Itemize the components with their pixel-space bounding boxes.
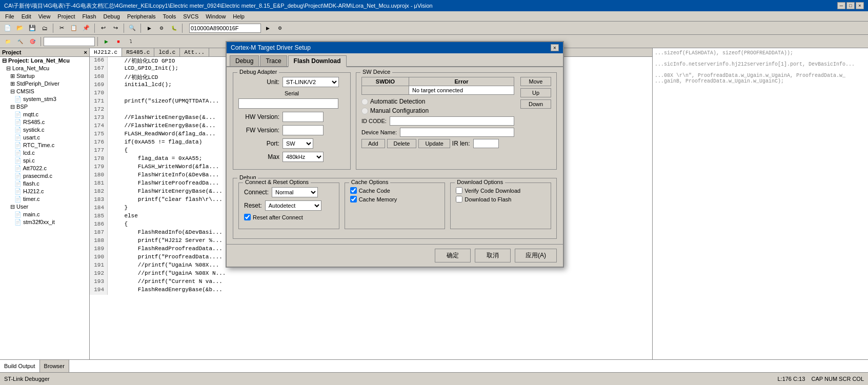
- save-btn[interactable]: 💾: [27, 23, 38, 33]
- download-to-flash-checkbox[interactable]: [456, 196, 462, 202]
- paste-btn[interactable]: 📌: [80, 23, 92, 33]
- line-number: 175: [90, 131, 108, 139]
- tree-item-main[interactable]: 📄 main.c: [0, 211, 89, 218]
- sidebar-close-icon[interactable]: ×: [84, 49, 87, 55]
- line-code: printf("HJ212 Server %...: [108, 237, 223, 246]
- build2-btn[interactable]: 🔨: [14, 36, 26, 47]
- tree-item-systick[interactable]: 📄 systick.c: [0, 126, 89, 134]
- connect-select[interactable]: Normal: [272, 187, 318, 197]
- redo-btn[interactable]: ↪: [110, 23, 121, 33]
- up-button[interactable]: Up: [520, 88, 551, 97]
- dialog-tab-debug[interactable]: Debug: [230, 55, 259, 66]
- target-btn[interactable]: 🎯: [27, 36, 38, 47]
- line-code: //printf("UgainA %08X...: [108, 262, 219, 270]
- tree-item-bsp[interactable]: ⊟ BSP: [0, 103, 89, 111]
- dialog-tab-flash-download[interactable]: Flash Download: [288, 55, 347, 67]
- tree-item-prasecmd[interactable]: 📄 prasecmd.c: [0, 172, 89, 180]
- menu-file[interactable]: File: [2, 13, 17, 20]
- tab-att[interactable]: Att...: [180, 48, 209, 56]
- tab-lcd[interactable]: lcd.c: [154, 48, 180, 56]
- menu-tools[interactable]: Tools: [160, 13, 179, 20]
- run-btn[interactable]: ▶: [100, 36, 112, 47]
- tree-item-hj212[interactable]: 📄 HJ212.c: [0, 188, 89, 195]
- tree-item-spi[interactable]: 📄 spi.c: [0, 157, 89, 165]
- tree-item-usart[interactable]: 📄 usart.c: [0, 134, 89, 141]
- tree-item-timer[interactable]: 📄 timer.c: [0, 195, 89, 203]
- settings-btn[interactable]: ⚙: [274, 23, 286, 33]
- browser-tab[interactable]: Browser: [40, 360, 69, 372]
- new-file-btn[interactable]: 📄: [2, 23, 13, 33]
- tree-item-lcd[interactable]: 📄 lcd.c: [0, 149, 89, 157]
- tree-item-cmsis[interactable]: ⊟ CMSIS: [0, 88, 89, 95]
- menu-peripherals[interactable]: Peripherals: [124, 13, 159, 20]
- menu-flash[interactable]: Flash: [79, 13, 99, 20]
- find-btn[interactable]: 🔍: [127, 23, 138, 33]
- unit-select[interactable]: ST-LINK/V2: [282, 77, 339, 87]
- cache-memory-row: Cache Memory: [350, 196, 440, 202]
- tab-hj212[interactable]: HJ212.c: [90, 48, 122, 56]
- tree-item-stm32[interactable]: 📄 stm32f0xx_it: [0, 218, 89, 226]
- tree-item-project[interactable]: ⊟ Project: Lora_Net_Mcu: [0, 57, 89, 65]
- minimize-button[interactable]: ─: [837, 2, 845, 9]
- dialog-tab-trace[interactable]: Trace: [260, 55, 287, 66]
- tree-item-flash[interactable]: 📄 flash.c: [0, 180, 89, 188]
- tree-item-lora[interactable]: ⊟ Lora_Net_Mcu: [0, 65, 89, 72]
- update-button[interactable]: Update: [418, 139, 450, 148]
- menu-window[interactable]: Window: [203, 13, 229, 20]
- menu-view[interactable]: View: [35, 13, 54, 20]
- menu-svcs[interactable]: SVCS: [180, 13, 201, 20]
- debug-btn[interactable]: 🐛: [168, 23, 179, 33]
- tab-rs485[interactable]: RS485.c: [122, 48, 154, 56]
- ok-button[interactable]: 确定: [435, 249, 471, 262]
- down-button[interactable]: Down: [520, 99, 551, 109]
- step-btn[interactable]: ⤵: [125, 36, 136, 47]
- open-btn[interactable]: 📂: [14, 23, 26, 33]
- reset-select[interactable]: Autodetect: [265, 200, 321, 211]
- close-button[interactable]: ×: [856, 2, 864, 9]
- apply-button[interactable]: 应用(A): [515, 249, 557, 262]
- tree-item-mqtt[interactable]: 📄 mqtt.c: [0, 111, 89, 118]
- copy-btn[interactable]: 📋: [68, 23, 79, 33]
- dialog-content: Debug Adapter Unit: ST-LINK/V2 Serial B5…: [227, 67, 563, 244]
- save-all-btn[interactable]: 🗂: [39, 23, 50, 33]
- cut-btn[interactable]: ✂: [56, 23, 67, 33]
- cancel-button[interactable]: 取消: [475, 249, 511, 262]
- menu-edit[interactable]: Edit: [18, 13, 34, 20]
- line-code: }: [108, 205, 128, 213]
- max-select[interactable]: 480kHz: [282, 152, 324, 162]
- tree-item-rs485[interactable]: 📄 RS485.c: [0, 118, 89, 126]
- move-button[interactable]: Move: [520, 77, 551, 86]
- project-btn[interactable]: 📁: [2, 36, 13, 47]
- build-btn[interactable]: ▶: [144, 23, 155, 33]
- cache-memory-checkbox[interactable]: [350, 196, 357, 202]
- undo-btn[interactable]: ↩: [97, 23, 109, 33]
- tree-item-user[interactable]: ⊟ User: [0, 203, 89, 211]
- menu-project[interactable]: Project: [54, 13, 78, 20]
- status-right: L:176 C:13 CAP NUM SCR COL: [777, 376, 864, 382]
- reset-after-connect-checkbox[interactable]: [244, 214, 251, 220]
- line-code: //printf("UgainA %08X N...: [108, 270, 226, 278]
- auto-detect-radio[interactable]: [361, 98, 368, 105]
- tree-item-startup[interactable]: ⊞ Startup: [0, 72, 89, 80]
- cache-code-checkbox[interactable]: [350, 187, 357, 194]
- delete-button[interactable]: Delete: [387, 139, 417, 148]
- dialog-close-button[interactable]: ×: [551, 44, 559, 51]
- target-name-input[interactable]: Lora_Net_Mcu: [44, 37, 95, 46]
- go-btn[interactable]: ▶: [262, 23, 273, 33]
- port-select[interactable]: SW: [282, 138, 313, 149]
- tree-item-rtc[interactable]: 📄 RTC_Time.c: [0, 141, 89, 149]
- build-output-tab[interactable]: Build Output: [0, 360, 40, 372]
- maximize-button[interactable]: □: [846, 2, 855, 9]
- manual-config-radio[interactable]: [361, 108, 368, 114]
- verify-code-checkbox[interactable]: [456, 187, 462, 194]
- menu-debug[interactable]: Debug: [100, 13, 123, 20]
- stop-btn[interactable]: ■: [113, 36, 124, 47]
- address-input[interactable]: 010000A8900016F: [189, 24, 261, 33]
- add-button[interactable]: Add: [361, 139, 385, 148]
- tree-item-stdperiph[interactable]: ⊞ StdPeriph_Driver: [0, 80, 89, 88]
- tree-item-att7022[interactable]: 📄 Att7022.c: [0, 165, 89, 172]
- rebuild-btn[interactable]: ⚙: [156, 23, 167, 33]
- menu-help[interactable]: Help: [230, 13, 248, 20]
- tree-item-system[interactable]: 📄 system_stm3: [0, 95, 89, 103]
- fw-version-label: FW Version:: [238, 127, 279, 134]
